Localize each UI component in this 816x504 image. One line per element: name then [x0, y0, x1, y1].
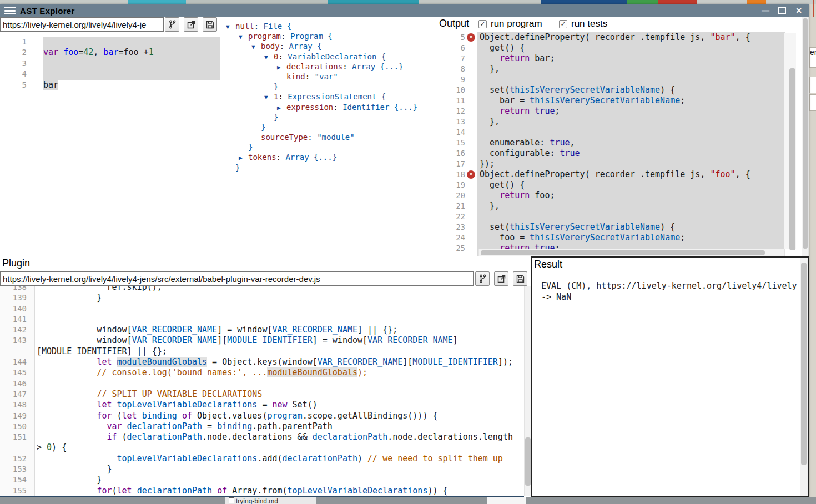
- code-line[interactable]: 17});: [439, 159, 785, 169]
- minimize-button[interactable]: —: [759, 6, 772, 16]
- collapse-icon[interactable]: ▼: [251, 42, 261, 52]
- code-line[interactable]: 6 get() {: [439, 43, 785, 53]
- ast-node[interactable]: }: [226, 163, 436, 173]
- ast-node[interactable]: ▶tokens: Array {...}: [226, 152, 436, 162]
- code-line[interactable]: 4: [0, 69, 220, 79]
- ast-node[interactable]: }: [226, 142, 436, 152]
- code-line[interactable]: 151 if (declarationPath.node.declaration…: [0, 432, 524, 442]
- expand-icon[interactable]: ▶: [277, 63, 286, 73]
- plugin-open-button[interactable]: [494, 271, 508, 286]
- code-line[interactable]: 5bar: [0, 80, 220, 90]
- menu-icon[interactable]: [4, 7, 16, 14]
- source-editor[interactable]: 12var foo=42, bar=foo +1345bar: [0, 32, 220, 257]
- code-line[interactable]: 12 return true;: [439, 106, 785, 117]
- ast-node[interactable]: ▶expression: Identifier {...}: [226, 102, 436, 112]
- source-open-button[interactable]: [184, 17, 198, 32]
- titlebar[interactable]: [0, 4, 809, 17]
- code-line[interactable]: 8 },: [439, 64, 785, 74]
- output-vscrollbar-thumb[interactable]: [789, 68, 795, 250]
- code-line[interactable]: 150 var declarationPath = binding.path.p…: [0, 421, 524, 432]
- plugin-url-input[interactable]: [0, 271, 474, 286]
- run-tests-checkbox[interactable]: ✓: [559, 20, 567, 28]
- code-line[interactable]: 15 enumerable: true,: [439, 138, 785, 148]
- code-text: for(let declarationPath of Array.from(to…: [35, 486, 524, 496]
- ast-node[interactable]: sourceType: "module": [226, 132, 436, 142]
- code-line[interactable]: 16 configurable: true: [439, 148, 785, 159]
- code-line[interactable]: 18✕Object.defineProperty(_recorder_.temp…: [439, 169, 785, 180]
- code-line[interactable]: 140: [0, 304, 524, 314]
- code-line[interactable]: 1: [0, 37, 220, 47]
- collapse-icon[interactable]: ▼: [226, 22, 235, 32]
- error-icon[interactable]: ✕: [467, 170, 475, 179]
- plugin-editor[interactable]: 138 ref.skip();139 }140141142 window[VAR…: [0, 286, 524, 496]
- collapse-icon[interactable]: ▼: [264, 93, 274, 103]
- code-line[interactable]: 13 },: [439, 117, 785, 127]
- code-line[interactable]: 22: [439, 211, 785, 222]
- code-line[interactable]: 2var foo=42, bar=foo +1: [0, 47, 220, 58]
- plugin-fork-button[interactable]: [475, 271, 490, 286]
- code-line[interactable]: 24 foo = thisIsVererySecretVariableName;: [439, 233, 785, 243]
- code-line[interactable]: 146: [0, 379, 524, 389]
- code-line[interactable]: 141: [0, 314, 524, 325]
- window-vscrollbar[interactable]: [802, 17, 809, 256]
- close-button[interactable]: ✕: [793, 6, 805, 16]
- expand-icon[interactable]: ▶: [277, 103, 286, 113]
- result-vscrollbar-thumb[interactable]: [801, 263, 807, 465]
- ast-node[interactable]: }: [226, 122, 436, 132]
- code-line[interactable]: [MODULE_IDENTIFIER] || {};: [0, 346, 524, 357]
- ast-node[interactable]: }: [226, 112, 436, 122]
- error-icon[interactable]: ✕: [467, 33, 475, 42]
- source-save-button[interactable]: [203, 17, 217, 32]
- code-line[interactable]: 7 return bar;: [439, 53, 785, 64]
- plugin-vscrollbar[interactable]: [524, 286, 531, 496]
- code-line[interactable]: 148 let topLevelVariableDeclarations = n…: [0, 400, 524, 410]
- code-line[interactable]: 9: [439, 74, 785, 85]
- ast-node[interactable]: ▼1: ExpressionStatement {: [226, 92, 436, 102]
- output-hscrollbar-thumb[interactable]: [481, 250, 765, 255]
- code-line[interactable]: 147 // SPLIT UP VARIABLE DECLARATIONS: [0, 389, 524, 400]
- code-line[interactable]: 145 // console.log('bound names:', ...mo…: [0, 367, 524, 378]
- ast-node[interactable]: ▶declarations: Array {...}: [226, 62, 436, 72]
- ast-node[interactable]: kind: "var": [226, 72, 436, 82]
- code-line[interactable]: 10 set(thisIsVererySecretVariableName) {: [439, 85, 785, 95]
- code-line[interactable]: 20 return foo;: [439, 190, 785, 201]
- code-line[interactable]: 144 let moduleBoundGlobals = Object.keys…: [0, 357, 524, 367]
- ast-node[interactable]: ▼0: VariableDeclaration {: [226, 52, 436, 62]
- ast-node[interactable]: }: [226, 82, 436, 92]
- code-line[interactable]: 149 for (let binding of Object.values(pr…: [0, 411, 524, 421]
- window-vscrollbar-thumb[interactable]: [803, 18, 808, 249]
- output-editor[interactable]: 5✕Object.defineProperty(_recorder_.tempf…: [439, 31, 785, 256]
- code-line[interactable]: 23 set(thisIsVererySecretVariableName) {: [439, 222, 785, 233]
- code-line[interactable]: 154 }: [0, 475, 524, 485]
- output-hscrollbar[interactable]: [478, 249, 785, 256]
- line-number: 1: [0, 37, 27, 47]
- code-line[interactable]: 11 bar = thisIsVererySecretVariableName;: [439, 95, 785, 106]
- source-url-input[interactable]: [0, 17, 164, 32]
- code-line[interactable]: 139 }: [0, 293, 524, 303]
- code-line[interactable]: 138 ref.skip();: [0, 286, 524, 293]
- plugin-save-button[interactable]: [513, 271, 527, 286]
- run-program-checkbox[interactable]: ✓: [478, 20, 487, 28]
- code-line[interactable]: 21 },: [439, 201, 785, 211]
- ast-node[interactable]: ▼null: File {: [226, 21, 436, 31]
- code-line[interactable]: 153 }: [0, 464, 524, 475]
- code-line[interactable]: 152 topLevelVariableDeclarations.add(dec…: [0, 453, 524, 464]
- collapse-icon[interactable]: ▼: [239, 32, 248, 42]
- maximize-button[interactable]: [776, 6, 788, 16]
- code-line[interactable]: 14: [439, 127, 785, 138]
- ast-node[interactable]: ▼program: Program {: [226, 31, 436, 41]
- collapse-icon[interactable]: ▼: [264, 53, 274, 63]
- code-line[interactable]: > 0) {: [0, 442, 524, 453]
- code-line[interactable]: 142 window[VAR_RECORDER_NAME] = window[V…: [0, 325, 524, 335]
- code-line[interactable]: 3: [0, 58, 220, 69]
- ast-node[interactable]: ▼body: Array {: [226, 41, 436, 51]
- result-vscrollbar[interactable]: [800, 258, 808, 496]
- code-line[interactable]: 143 window[VAR_RECORDER_NAME][MODULE_IDE…: [0, 335, 524, 346]
- output-vscrollbar[interactable]: [784, 33, 796, 249]
- code-line[interactable]: 155 for(let declarationPath of Array.fro…: [0, 486, 524, 496]
- plugin-vscrollbar-thumb[interactable]: [525, 437, 531, 486]
- code-line[interactable]: 5✕Object.defineProperty(_recorder_.tempf…: [439, 32, 785, 43]
- expand-icon[interactable]: ▶: [239, 153, 248, 163]
- code-line[interactable]: 19 get() {: [439, 180, 785, 190]
- source-fork-button[interactable]: [165, 17, 179, 32]
